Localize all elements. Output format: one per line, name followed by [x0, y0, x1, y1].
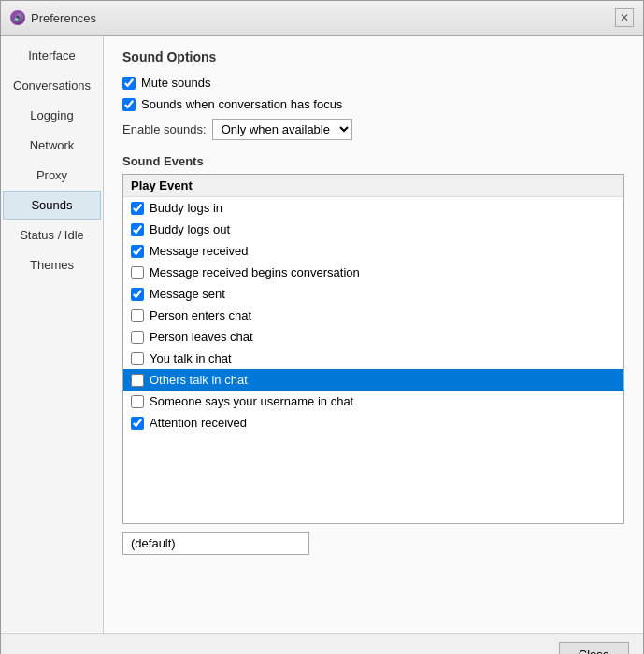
event-label: You talk in chat — [150, 351, 232, 365]
close-button-label: Close — [579, 647, 609, 654]
event-label: Others talk in chat — [150, 373, 248, 387]
event-label: Buddy logs out — [150, 222, 230, 236]
mute-sounds-label: Mute sounds — [141, 76, 210, 90]
sidebar-item-conversations[interactable]: Conversations — [3, 71, 101, 100]
app-icon: 🔊 — [10, 10, 25, 25]
sounds-focus-row: Sounds when conversation has focus — [122, 97, 624, 111]
event-label: Message received — [150, 244, 249, 258]
sidebar-item-themes[interactable]: Themes — [3, 250, 101, 279]
event-checkbox-9[interactable] — [131, 395, 144, 408]
sidebar: InterfaceConversationsLoggingNetworkProx… — [1, 36, 104, 633]
event-label: Attention received — [150, 416, 247, 430]
event-label: Buddy logs in — [150, 201, 222, 215]
sidebar-item-network[interactable]: Network — [3, 131, 101, 160]
event-checkbox-10[interactable] — [131, 417, 144, 430]
sounds-focus-label: Sounds when conversation has focus — [141, 97, 342, 111]
footer: Close — [1, 633, 643, 654]
content-area: InterfaceConversationsLoggingNetworkProx… — [1, 36, 643, 633]
events-box: Play Event Buddy logs inBuddy logs outMe… — [122, 174, 624, 524]
event-label: Person enters chat — [150, 308, 251, 322]
event-row[interactable]: You talk in chat — [123, 348, 623, 369]
event-checkbox-7[interactable] — [131, 352, 144, 365]
preferences-window: 🔊 Preferences ✕ InterfaceConversationsLo… — [0, 0, 644, 654]
event-row[interactable]: Attention received — [123, 412, 623, 434]
section-title: Sound Options — [122, 50, 624, 64]
event-row[interactable]: Someone says your username in chat — [123, 391, 623, 412]
mute-sounds-row: Mute sounds — [122, 76, 624, 90]
event-row[interactable]: Message sent — [123, 283, 623, 305]
event-row[interactable]: Buddy logs out — [123, 219, 623, 240]
default-sound-field[interactable] — [122, 532, 309, 555]
default-field-row — [122, 532, 624, 555]
event-checkbox-0[interactable] — [131, 202, 144, 215]
close-button[interactable]: Close — [559, 642, 629, 654]
sounds-focus-checkbox[interactable] — [122, 98, 136, 111]
event-row[interactable]: Buddy logs in — [123, 197, 623, 219]
sidebar-item-status-idle[interactable]: Status / Idle — [3, 220, 101, 249]
event-label: Message sent — [150, 287, 225, 301]
sidebar-item-interface[interactable]: Interface — [3, 41, 101, 70]
event-checkbox-6[interactable] — [131, 331, 144, 344]
event-label: Message received begins conversation — [150, 265, 360, 279]
event-row[interactable]: Message received begins conversation — [123, 262, 623, 283]
event-checkbox-5[interactable] — [131, 309, 144, 322]
event-label: Person leaves chat — [150, 330, 253, 344]
event-row[interactable]: Message received — [123, 240, 623, 262]
event-checkbox-2[interactable] — [131, 245, 144, 258]
event-row[interactable]: Person enters chat — [123, 305, 623, 326]
sidebar-item-logging[interactable]: Logging — [3, 101, 101, 130]
events-header: Play Event — [123, 175, 623, 197]
sidebar-item-sounds[interactable]: Sounds — [3, 191, 101, 220]
sound-events-label: Sound Events — [122, 154, 624, 168]
window-title: Preferences — [31, 11, 96, 25]
event-checkbox-4[interactable] — [131, 288, 144, 301]
event-row[interactable]: Others talk in chat — [123, 369, 623, 391]
event-row[interactable]: Person leaves chat — [123, 326, 623, 348]
sound-options-area: Mute sounds Sounds when conversation has… — [122, 76, 624, 140]
title-bar: 🔊 Preferences ✕ — [1, 1, 643, 36]
event-checkbox-1[interactable] — [131, 223, 144, 236]
close-window-button[interactable]: ✕ — [615, 8, 634, 27]
mute-sounds-checkbox[interactable] — [122, 77, 136, 90]
event-checkbox-8[interactable] — [131, 374, 144, 387]
enable-sounds-row: Enable sounds: Only when available Alway… — [122, 119, 624, 140]
sidebar-item-proxy[interactable]: Proxy — [3, 161, 101, 190]
title-bar-left: 🔊 Preferences — [10, 10, 96, 25]
enable-sounds-select[interactable]: Only when available Always Never — [212, 119, 352, 140]
event-checkbox-3[interactable] — [131, 266, 144, 279]
main-panel: Sound Options Mute sounds Sounds when co… — [104, 36, 643, 633]
event-label: Someone says your username in chat — [150, 394, 353, 408]
enable-sounds-label: Enable sounds: — [122, 122, 207, 136]
